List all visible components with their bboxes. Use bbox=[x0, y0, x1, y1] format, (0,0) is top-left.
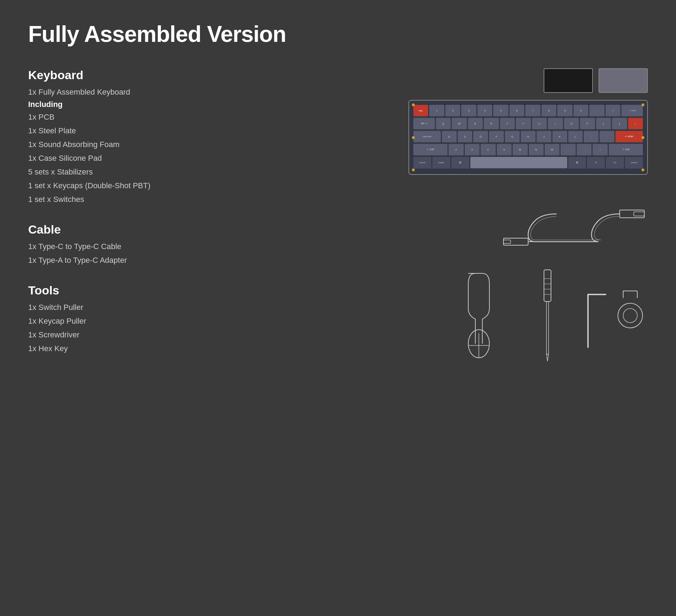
keyboard-including-item-6: 1 set x Switches bbox=[28, 193, 211, 205]
key-7: 7 bbox=[525, 105, 540, 117]
cable-item-0: 1x Type-C to Type-C Cable bbox=[28, 241, 211, 252]
key-e: E bbox=[468, 118, 483, 130]
key-f: F bbox=[489, 131, 504, 143]
key-m: M bbox=[545, 144, 559, 156]
tools-section: Tools 1x Switch Puller 1x Keycap Puller … bbox=[28, 284, 211, 354]
key-option: option bbox=[432, 157, 450, 169]
svg-rect-2 bbox=[503, 238, 528, 245]
page-title: Fully Assembled Version bbox=[28, 21, 648, 47]
screwdriver-icon bbox=[544, 270, 551, 361]
key-p: P bbox=[580, 118, 595, 130]
cable-item-1: 1x Type-A to Type-C Adapter bbox=[28, 254, 211, 266]
key-b: B bbox=[513, 144, 527, 156]
key-fn: fn bbox=[587, 157, 605, 169]
keyboard-item-0: 1x Fully Assembled Keyboard bbox=[28, 86, 211, 98]
key-9: 9 bbox=[557, 105, 572, 117]
swatch-gray bbox=[599, 68, 648, 93]
key-period: . bbox=[577, 144, 592, 156]
color-swatches bbox=[544, 68, 648, 93]
key-q: Q bbox=[436, 118, 451, 130]
cable-section-title: Cable bbox=[28, 223, 211, 236]
keyboard-including-item-1: 1x Steel Plate bbox=[28, 125, 211, 136]
svg-marker-11 bbox=[546, 354, 549, 361]
key-i: I bbox=[548, 118, 563, 130]
key-2: 2 bbox=[445, 105, 460, 117]
screw-mr bbox=[641, 136, 644, 139]
left-column: Keyboard 1x Fully Assembled Keyboard Inc… bbox=[28, 68, 211, 372]
cable-svg bbox=[500, 203, 648, 252]
key-z: Z bbox=[449, 144, 463, 156]
svg-point-17 bbox=[623, 309, 637, 323]
keycap-puller-icon bbox=[618, 291, 643, 328]
key-6: 6 bbox=[509, 105, 524, 117]
key-tab: tab ⇥ bbox=[413, 118, 435, 130]
key-lshift: ⇧ shift bbox=[413, 144, 447, 156]
key-rctrl: control bbox=[625, 157, 643, 169]
key-c: C bbox=[481, 144, 495, 156]
kbd-row-4: ⇧ shift Z X C V B N M , . / ⇧ shift bbox=[413, 144, 643, 156]
key-r: R bbox=[484, 118, 499, 130]
key-0: 0 bbox=[574, 105, 588, 117]
svg-rect-1 bbox=[634, 212, 644, 216]
svg-rect-0 bbox=[620, 210, 644, 218]
keyboard-illustration-area: esc 1 2 3 4 5 6 7 8 9 0 - = ← back bbox=[225, 68, 648, 175]
keyboard-including-item-5: 1 set x Keycaps (Double-Shot PBT) bbox=[28, 180, 211, 191]
key-fn1: fn1 bbox=[606, 157, 624, 169]
keyboard-including-item-3: 1x Case Silicone Pad bbox=[28, 152, 211, 164]
key-capslock: caps lock bbox=[413, 131, 441, 143]
key-slash: / bbox=[593, 144, 607, 156]
key-rbracket: ] bbox=[612, 118, 627, 130]
screw-tl bbox=[412, 103, 415, 106]
key-a: A bbox=[442, 131, 457, 143]
key-minus: - bbox=[589, 105, 604, 117]
swatch-black bbox=[544, 68, 593, 93]
key-1: 1 bbox=[429, 105, 444, 117]
key-enter: ↵ enter bbox=[615, 131, 643, 143]
key-k: K bbox=[552, 131, 567, 143]
key-l: L bbox=[568, 131, 583, 143]
key-lcmd: ⌘ bbox=[451, 157, 469, 169]
key-j: J bbox=[537, 131, 551, 143]
key-h: H bbox=[521, 131, 536, 143]
key-backspace: ← back bbox=[621, 105, 643, 117]
svg-rect-10 bbox=[546, 301, 549, 354]
key-t: T bbox=[500, 118, 515, 130]
svg-point-16 bbox=[618, 303, 643, 328]
key-comma: , bbox=[561, 144, 575, 156]
key-o: O bbox=[564, 118, 579, 130]
screw-bl bbox=[412, 169, 415, 171]
tools-item-0: 1x Switch Puller bbox=[28, 301, 211, 313]
key-d: D bbox=[473, 131, 488, 143]
key-s: S bbox=[458, 131, 472, 143]
right-column: esc 1 2 3 4 5 6 7 8 9 0 - = ← back bbox=[225, 68, 648, 372]
screw-tr bbox=[641, 103, 644, 106]
key-y: Y bbox=[516, 118, 531, 130]
key-5: 5 bbox=[493, 105, 508, 117]
tools-item-3: 1x Hex Key bbox=[28, 343, 211, 354]
kbd-row-3: caps lock A S D F G H J K L ; ' ↵ enter bbox=[413, 131, 643, 143]
key-x: X bbox=[465, 144, 480, 156]
key-3: 3 bbox=[461, 105, 476, 117]
keyboard-including-item-4: 5 sets x Stabilizers bbox=[28, 166, 211, 178]
svg-rect-3 bbox=[503, 240, 511, 243]
keyboard-including-item-2: 1x Sound Absorbing Foam bbox=[28, 139, 211, 150]
key-equals: = bbox=[606, 105, 620, 117]
including-label: Including bbox=[28, 100, 211, 109]
tools-item-1: 1x Keycap Puller bbox=[28, 315, 211, 327]
keyboard-including-item-0: 1x PCB bbox=[28, 111, 211, 123]
key-lbracket: [ bbox=[596, 118, 611, 130]
tools-item-2: 1x Screwdriver bbox=[28, 329, 211, 341]
key-8: 8 bbox=[542, 105, 556, 117]
key-esc: esc bbox=[413, 105, 428, 117]
tools-illustration-area bbox=[225, 266, 648, 372]
keyboard-section: Keyboard 1x Fully Assembled Keyboard Inc… bbox=[28, 68, 211, 205]
keyboard-section-title: Keyboard bbox=[28, 68, 211, 82]
kbd-row-5: control option ⌘ ⌘ fn fn1 control bbox=[413, 157, 643, 169]
key-v: V bbox=[497, 144, 512, 156]
screw-br bbox=[641, 169, 644, 171]
key-u: U bbox=[532, 118, 547, 130]
cable-section: Cable 1x Type-C to Type-C Cable 1x Type-… bbox=[28, 223, 211, 266]
key-w: W bbox=[452, 118, 467, 130]
key-backslash: \ bbox=[628, 118, 643, 130]
key-rcmd: ⌘ bbox=[568, 157, 586, 169]
